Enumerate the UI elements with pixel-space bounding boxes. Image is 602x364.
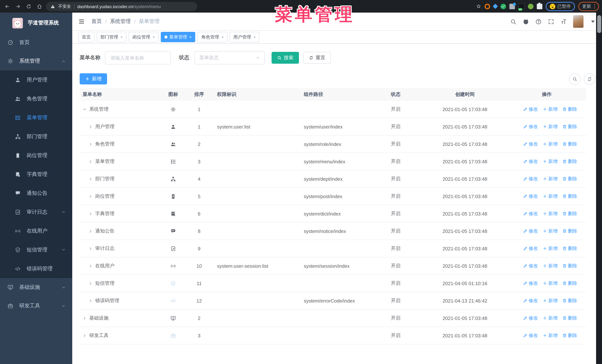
sidebar-item-notice[interactable]: 通知公告	[0, 184, 72, 203]
tag-首页[interactable]: 首页	[78, 32, 95, 42]
cell-menu-name[interactable]: 角色管理	[80, 141, 159, 147]
sidebar-item-errorcode[interactable]: 错误码管理	[0, 259, 72, 278]
add-action[interactable]: 新增	[543, 193, 558, 199]
edit-action[interactable]: 修改	[523, 298, 538, 304]
browser-forward-icon[interactable]	[15, 3, 21, 9]
sidebar-item-dept[interactable]: 部门管理	[0, 127, 72, 146]
cell-menu-name[interactable]: 审计日志	[80, 245, 159, 252]
refresh-table-button[interactable]	[584, 73, 595, 85]
add-action[interactable]: 新增	[543, 280, 558, 286]
menu-name-input-field[interactable]	[110, 55, 166, 61]
tag-close-icon[interactable]: ×	[221, 35, 224, 39]
tag-菜单管理[interactable]: 菜单管理×	[161, 32, 195, 42]
menu-name-input[interactable]	[105, 51, 171, 64]
delete-action[interactable]: 删除	[562, 315, 577, 321]
edit-action[interactable]: 修改	[523, 193, 538, 199]
add-action[interactable]: 新增	[543, 298, 558, 304]
sidebar-item-online[interactable]: 在线用户	[0, 221, 72, 240]
edit-action[interactable]: 修改	[523, 245, 538, 252]
cell-menu-name[interactable]: 部门管理	[80, 176, 159, 182]
delete-action[interactable]: 删除	[562, 228, 577, 234]
scrollbar-thumb[interactable]	[597, 15, 601, 33]
extensions-puzzle-icon[interactable]	[537, 3, 542, 9]
cell-menu-name[interactable]: 字典管理	[80, 210, 159, 217]
address-bar[interactable]: 不安全 dashboard.yudao.iocoder.cn/system/me…	[46, 2, 197, 11]
header-search-icon[interactable]	[510, 18, 516, 25]
add-action[interactable]: 新增	[543, 210, 558, 217]
cell-menu-name[interactable]: 研发工具	[80, 332, 159, 339]
delete-action[interactable]: 删除	[562, 263, 577, 269]
font-size-icon[interactable]	[560, 18, 567, 25]
edit-action[interactable]: 修改	[523, 106, 538, 112]
add-action[interactable]: 新增	[543, 263, 558, 269]
user-avatar[interactable]	[573, 15, 583, 28]
sidebar-item-sms[interactable]: 短信管理	[0, 240, 72, 259]
edit-action[interactable]: 修改	[523, 228, 538, 234]
tag-close-icon[interactable]: ×	[152, 35, 155, 39]
breadcrumb-item[interactable]: 首页	[92, 18, 102, 25]
delete-action[interactable]: 删除	[562, 141, 577, 147]
tag-角色管理[interactable]: 角色管理×	[198, 32, 227, 42]
edit-action[interactable]: 修改	[523, 263, 538, 269]
delete-action[interactable]: 删除	[562, 158, 577, 165]
add-action[interactable]: 新增	[543, 158, 558, 165]
add-action[interactable]: 新增	[543, 332, 558, 339]
status-select[interactable]: 菜单状态	[194, 51, 265, 64]
sidebar-collapse-icon[interactable]	[78, 18, 85, 25]
sidebar-item-post[interactable]: 岗位管理	[0, 146, 72, 165]
edit-action[interactable]: 修改	[523, 158, 538, 165]
cell-menu-name[interactable]: 在线用户	[80, 262, 159, 269]
delete-action[interactable]: 删除	[562, 245, 577, 252]
cell-menu-name[interactable]: 系统管理	[80, 106, 159, 113]
add-action[interactable]: 新增	[543, 176, 558, 182]
browser-menu-icon[interactable]	[594, 4, 595, 9]
cell-menu-name[interactable]: 菜单管理	[80, 158, 159, 165]
user-menu-caret-icon[interactable]	[590, 18, 596, 25]
sidebar-item-infra[interactable]: 基础设施	[0, 278, 72, 297]
fullscreen-icon[interactable]	[548, 18, 554, 25]
extension-icon[interactable]	[484, 3, 490, 9]
help-icon[interactable]	[535, 18, 542, 25]
browser-back-icon[interactable]	[4, 3, 10, 9]
sidebar-item-home[interactable]: 首页	[0, 33, 72, 52]
cell-menu-name[interactable]: 错误码管理	[80, 297, 159, 304]
add-action[interactable]: 新增	[543, 315, 558, 321]
add-action[interactable]: 新增	[543, 106, 558, 112]
tag-部门管理[interactable]: 部门管理×	[97, 32, 127, 42]
reset-button[interactable]: 重置	[303, 52, 331, 64]
breadcrumb-item[interactable]: 菜单管理	[139, 18, 160, 25]
delete-action[interactable]: 删除	[562, 176, 577, 182]
tag-close-icon[interactable]: ×	[253, 35, 256, 39]
edit-action[interactable]: 修改	[523, 332, 538, 339]
breadcrumb-item[interactable]: 系统管理	[110, 18, 131, 25]
cell-menu-name[interactable]: 通知公告	[80, 228, 159, 234]
add-action[interactable]: 新增	[543, 228, 558, 234]
delete-action[interactable]: 删除	[562, 124, 577, 130]
edit-action[interactable]: 修改	[523, 315, 538, 321]
delete-action[interactable]: 删除	[562, 106, 577, 112]
delete-action[interactable]: 删除	[562, 298, 577, 304]
delete-action[interactable]: 删除	[562, 280, 577, 286]
sidebar-item-menu[interactable]: 菜单管理	[0, 108, 72, 127]
edit-action[interactable]: 修改	[523, 210, 538, 217]
extension-icon[interactable]	[493, 4, 498, 9]
edit-action[interactable]: 修改	[523, 141, 538, 147]
delete-action[interactable]: 删除	[562, 210, 577, 217]
add-button[interactable]: 新增	[80, 73, 107, 84]
extension-icon[interactable]: on	[518, 3, 524, 10]
sidebar-item-dict[interactable]: 字典管理	[0, 165, 72, 184]
cell-menu-name[interactable]: 岗位管理	[80, 193, 159, 200]
edit-action[interactable]: 修改	[523, 176, 538, 182]
browser-home-icon[interactable]	[37, 3, 42, 9]
bookmark-star-icon[interactable]	[476, 4, 481, 9]
tag-用户管理[interactable]: 用户管理×	[230, 32, 259, 42]
tag-岗位管理[interactable]: 岗位管理×	[129, 32, 159, 42]
delete-action[interactable]: 删除	[562, 193, 577, 199]
extension-icon[interactable]	[528, 3, 533, 9]
add-action[interactable]: 新增	[543, 245, 558, 252]
cell-menu-name[interactable]: 基础设施	[80, 315, 159, 322]
toggle-search-button[interactable]	[569, 73, 580, 85]
browser-reload-icon[interactable]	[26, 3, 32, 9]
sidebar-item-system[interactable]: 系统管理	[0, 52, 72, 70]
extension-icon[interactable]	[500, 3, 506, 9]
